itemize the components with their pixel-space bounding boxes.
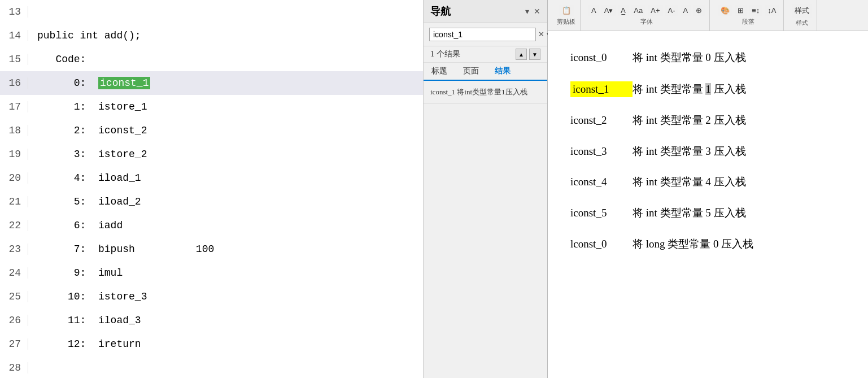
line-content: public int add(); bbox=[28, 30, 141, 41]
nav-header-icons: ▾ ✕ bbox=[525, 7, 540, 16]
nav-header: 导航 ▾ ✕ bbox=[424, 0, 547, 23]
line-number: 26 bbox=[0, 315, 28, 326]
line-number: 16 bbox=[0, 77, 28, 89]
line-number: 21 bbox=[0, 196, 28, 207]
nav-results-arrows: ▲ ▼ bbox=[516, 49, 540, 60]
code-line-27: 27 12: ireturn bbox=[0, 332, 423, 356]
toolbar-paragraph-group: 🎨 ⊞ ≡↕ ↕A 段落 bbox=[713, 0, 784, 31]
font-size-down-btn[interactable]: A- bbox=[665, 5, 678, 16]
line-number: 15 bbox=[0, 54, 28, 65]
doc-entry-iconst_0_entry: iconst_0将 int 类型常量 0 压入栈 bbox=[570, 42, 845, 73]
line-number: 27 bbox=[0, 338, 28, 350]
code-line-18: 18 2: iconst_2 bbox=[0, 119, 423, 142]
doc-desc: 将 long 类型常量 0 压入栈 bbox=[633, 237, 845, 252]
font-color-btn[interactable]: A bbox=[588, 5, 599, 16]
line-number: 23 bbox=[0, 244, 28, 255]
line-number: 17 bbox=[0, 101, 28, 112]
nav-tabs: 标题 页面 结果 bbox=[424, 63, 547, 81]
nav-result-text: iconst_1 将int类型常量1压入栈 bbox=[430, 88, 527, 96]
toolbar-clipboard-icons: 📋 bbox=[559, 5, 574, 16]
code-line-20: 20 4: iload_1 bbox=[0, 166, 423, 190]
doc-desc: 将 int 类型常量 3 压入栈 bbox=[633, 144, 845, 159]
doc-desc: 将 int 类型常量 2 压入栈 bbox=[633, 113, 845, 128]
code-line-13: 13 bbox=[0, 0, 423, 24]
line-content: 3: istore_2 bbox=[28, 149, 147, 160]
nav-results-up-btn[interactable]: ▲ bbox=[516, 49, 527, 60]
doc-desc: 将 int 类型常量 4 压入栈 bbox=[633, 175, 845, 190]
doc-keyword: iconst_4 bbox=[570, 175, 633, 190]
line-number: 28 bbox=[0, 362, 28, 373]
doc-toolbar: 📋 剪贴板 A A▾ A̲ Aa A+ A- A ⊕ 字体 🎨 ⊞ ≡↕ ↕A bbox=[548, 0, 868, 31]
line-number: 25 bbox=[0, 291, 28, 302]
para-sort-btn[interactable]: ↕A bbox=[765, 5, 779, 16]
doc-desc: 将 int 类型常量 1 压入栈 bbox=[633, 82, 845, 97]
toolbar-font-group: A A▾ A̲ Aa A+ A- A ⊕ 字体 bbox=[584, 0, 710, 31]
code-line-23: 23 7: bipush 100 bbox=[0, 237, 423, 261]
toolbar-font-icons: A A▾ A̲ Aa A+ A- A ⊕ bbox=[588, 5, 705, 16]
para-align-btn[interactable]: ≡↕ bbox=[749, 5, 762, 16]
doc-entry-iconst_4_entry: iconst_4将 int 类型常量 4 压入栈 bbox=[570, 167, 845, 198]
doc-desc: 将 int 类型常量 5 压入栈 bbox=[633, 206, 845, 221]
nav-tab-title[interactable]: 标题 bbox=[424, 63, 455, 80]
line-content: 0: iconst_1 bbox=[28, 77, 150, 89]
line-number: 20 bbox=[0, 172, 28, 184]
code-line-28: 28 bbox=[0, 356, 423, 378]
doc-keyword: iconst_5 bbox=[570, 206, 633, 221]
nav-results-down-btn[interactable]: ▼ bbox=[529, 49, 540, 60]
font-label: 字体 bbox=[640, 18, 653, 26]
doc-content: iconst_0将 int 类型常量 0 压入栈iconst_1 将 int 类… bbox=[548, 31, 868, 378]
para-shading-btn[interactable]: 🎨 bbox=[718, 5, 732, 16]
line-content: 4: iload_1 bbox=[28, 172, 141, 184]
code-line-19: 19 3: istore_2 bbox=[0, 142, 423, 166]
paragraph-label: 段落 bbox=[742, 18, 754, 26]
line-content: 6: iadd bbox=[28, 220, 123, 231]
doc-entry-iconst_5_entry: iconst_5将 int 类型常量 5 压入栈 bbox=[570, 198, 845, 229]
line-content: 2: iconst_2 bbox=[28, 125, 147, 136]
line-content: 9: imul bbox=[28, 267, 123, 279]
style-btn[interactable]: 样式 bbox=[792, 4, 812, 18]
font-size-up-btn[interactable]: A+ bbox=[648, 5, 662, 16]
line-number: 24 bbox=[0, 267, 28, 279]
font-underline-btn[interactable]: A̲ bbox=[618, 5, 629, 16]
font-name-btn[interactable]: Aa bbox=[631, 5, 645, 16]
code-line-16: 16 0: iconst_1 bbox=[0, 71, 423, 95]
line-number: 18 bbox=[0, 125, 28, 136]
line-content: Code: bbox=[28, 54, 86, 65]
code-line-24: 24 9: imul bbox=[0, 261, 423, 285]
line-number: 19 bbox=[0, 149, 28, 160]
line-content: 11: iload_3 bbox=[28, 315, 141, 326]
doc-panel: 📋 剪贴板 A A▾ A̲ Aa A+ A- A ⊕ 字体 🎨 ⊞ ≡↕ ↕A bbox=[548, 0, 868, 378]
nav-results-count-row: 1 个结果 ▲ ▼ bbox=[424, 46, 547, 63]
code-line-21: 21 5: iload_2 bbox=[0, 190, 423, 214]
line-content: 5: iload_2 bbox=[28, 196, 141, 207]
doc-desc: 将 int 类型常量 0 压入栈 bbox=[633, 50, 845, 66]
nav-result-item[interactable]: iconst_1 将int类型常量1压入栈 bbox=[424, 81, 547, 104]
doc-entry-iconst_1_entry: iconst_1 将 int 类型常量 1 压入栈 bbox=[570, 73, 845, 106]
doc-keyword: iconst_1 bbox=[570, 81, 633, 98]
code-line-15: 15 Code: bbox=[0, 47, 423, 71]
font-bold-icon[interactable]: A bbox=[681, 5, 691, 16]
doc-keyword: iconst_3 bbox=[570, 144, 633, 159]
para-border-btn[interactable]: ⊞ bbox=[735, 5, 747, 16]
doc-keyword: iconst_0 bbox=[570, 50, 633, 66]
code-line-26: 26 11: iload_3 bbox=[0, 309, 423, 332]
nav-search-clear-icon[interactable]: ✕ bbox=[538, 30, 544, 39]
nav-close-icon[interactable]: ✕ bbox=[534, 7, 540, 16]
nav-tab-page[interactable]: 页面 bbox=[455, 63, 487, 80]
line-content: 10: istore_3 bbox=[28, 291, 147, 302]
line-content: 1: istore_1 bbox=[28, 101, 147, 112]
paste-btn[interactable]: 📋 bbox=[559, 5, 574, 16]
nav-search-input[interactable] bbox=[429, 28, 536, 41]
code-line-17: 17 1: istore_1 bbox=[0, 95, 423, 119]
clipboard-label: 剪贴板 bbox=[557, 18, 575, 26]
line-content: 12: ireturn bbox=[28, 338, 141, 350]
toolbar-style-icons: 样式 bbox=[792, 4, 812, 18]
font-highlight-btn[interactable]: A▾ bbox=[601, 5, 616, 16]
nav-dropdown-icon[interactable]: ▾ bbox=[525, 7, 529, 16]
doc-entry-lconst_0_entry: lconst_0将 long 类型常量 0 压入栈 bbox=[570, 229, 845, 260]
line-number: 22 bbox=[0, 220, 28, 231]
nav-tab-results[interactable]: 结果 bbox=[487, 63, 518, 81]
doc-entry-iconst_3_entry: iconst_3将 int 类型常量 3 压入栈 bbox=[570, 136, 845, 167]
font-extra-btn[interactable]: ⊕ bbox=[693, 5, 705, 16]
doc-keyword: lconst_0 bbox=[570, 237, 633, 252]
